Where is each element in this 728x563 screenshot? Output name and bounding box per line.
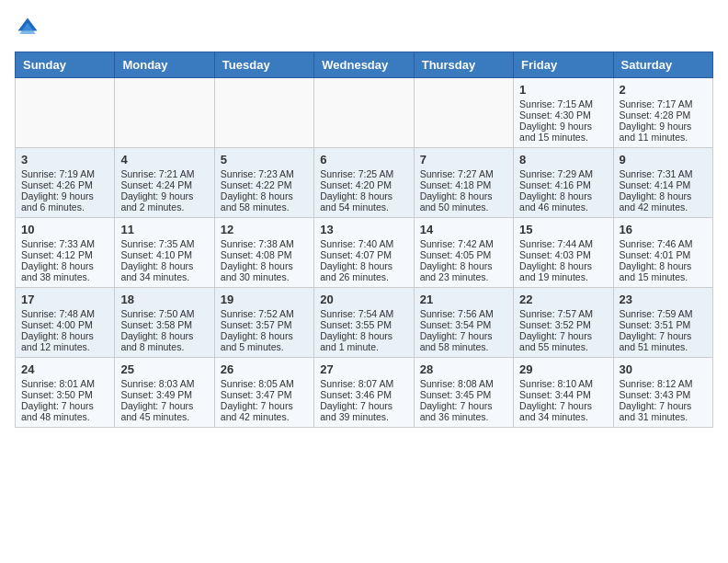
daylight-text: Daylight: 8 hours and 26 minutes. [320,260,407,282]
calendar-cell: 28Sunrise: 8:08 AMSunset: 3:45 PMDayligh… [414,358,513,428]
calendar-cell: 30Sunrise: 8:12 AMSunset: 3:43 PMDayligh… [613,358,712,428]
sunrise-text: Sunrise: 7:19 AM [21,168,108,179]
weekday-header: Tuesday [214,52,313,78]
sunrise-text: Sunrise: 7:25 AM [320,168,407,179]
calendar-cell: 11Sunrise: 7:35 AMSunset: 4:10 PMDayligh… [115,218,214,288]
sunset-text: Sunset: 3:45 PM [420,389,507,400]
sunrise-text: Sunrise: 7:57 AM [519,308,607,319]
day-number: 19 [221,293,308,306]
daylight-text: Daylight: 7 hours and 31 minutes. [620,400,707,422]
sunrise-text: Sunrise: 7:21 AM [120,168,208,179]
daylight-text: Daylight: 8 hours and 54 minutes. [320,190,407,213]
day-number: 16 [620,223,707,236]
daylight-text: Daylight: 9 hours and 2 minutes. [120,190,208,213]
sunset-text: Sunset: 3:54 PM [420,319,507,330]
calendar-table: SundayMondayTuesdayWednesdayThursdayFrid… [15,52,713,428]
sunrise-text: Sunrise: 7:27 AM [420,168,507,179]
sunset-text: Sunset: 3:52 PM [519,319,607,330]
daylight-text: Daylight: 9 hours and 11 minutes. [620,121,707,143]
sunrise-text: Sunrise: 7:46 AM [620,238,707,249]
daylight-text: Daylight: 7 hours and 42 minutes. [221,400,308,422]
day-number: 4 [120,153,208,167]
daylight-text: Daylight: 8 hours and 1 minute. [320,330,407,352]
daylight-text: Daylight: 8 hours and 23 minutes. [420,260,507,282]
sunset-text: Sunset: 3:57 PM [221,319,308,330]
day-number: 23 [620,293,707,306]
calendar-cell [16,78,115,148]
sunset-text: Sunset: 3:51 PM [620,319,707,330]
calendar-cell: 24Sunrise: 8:01 AMSunset: 3:50 PMDayligh… [16,358,115,428]
sunset-text: Sunset: 4:24 PM [120,179,208,190]
calendar-cell: 23Sunrise: 7:59 AMSunset: 3:51 PMDayligh… [613,288,712,358]
sunset-text: Sunset: 3:49 PM [120,389,208,400]
calendar-cell: 9Sunrise: 7:31 AMSunset: 4:14 PMDaylight… [613,148,712,218]
sunrise-text: Sunrise: 7:50 AM [120,308,208,319]
sunrise-text: Sunrise: 7:29 AM [519,168,607,179]
day-number: 11 [120,223,208,236]
sunset-text: Sunset: 4:28 PM [620,109,707,121]
weekday-header: Sunday [16,52,115,78]
day-number: 2 [620,83,707,97]
calendar-cell: 17Sunrise: 7:48 AMSunset: 4:00 PMDayligh… [16,288,115,358]
day-number: 14 [420,223,507,236]
sunrise-text: Sunrise: 8:03 AM [120,378,208,389]
sunset-text: Sunset: 3:47 PM [221,389,308,400]
daylight-text: Daylight: 7 hours and 45 minutes. [120,400,208,422]
calendar-cell: 19Sunrise: 7:52 AMSunset: 3:57 PMDayligh… [214,288,313,358]
day-number: 8 [519,153,607,167]
calendar-cell: 7Sunrise: 7:27 AMSunset: 4:18 PMDaylight… [414,148,513,218]
daylight-text: Daylight: 8 hours and 30 minutes. [221,260,308,282]
daylight-text: Daylight: 8 hours and 50 minutes. [420,190,507,213]
sunrise-text: Sunrise: 7:52 AM [221,308,308,319]
daylight-text: Daylight: 8 hours and 19 minutes. [519,260,607,282]
day-number: 26 [221,362,308,376]
calendar-cell: 25Sunrise: 8:03 AMSunset: 3:49 PMDayligh… [115,358,214,428]
daylight-text: Daylight: 8 hours and 12 minutes. [21,330,108,352]
sunrise-text: Sunrise: 7:31 AM [620,168,707,179]
daylight-text: Daylight: 8 hours and 15 minutes. [620,260,707,282]
calendar-cell: 29Sunrise: 8:10 AMSunset: 3:44 PMDayligh… [514,358,613,428]
sunrise-text: Sunrise: 7:38 AM [221,238,308,249]
day-number: 27 [320,362,407,376]
calendar-cell: 6Sunrise: 7:25 AMSunset: 4:20 PMDaylight… [314,148,414,218]
sunset-text: Sunset: 4:10 PM [120,249,208,260]
daylight-text: Daylight: 8 hours and 38 minutes. [21,260,108,282]
calendar-cell: 15Sunrise: 7:44 AMSunset: 4:03 PMDayligh… [514,218,613,288]
day-number: 18 [120,293,208,306]
sunrise-text: Sunrise: 7:15 AM [519,98,607,109]
calendar-week-row: 3Sunrise: 7:19 AMSunset: 4:26 PMDaylight… [16,148,713,218]
calendar-cell: 3Sunrise: 7:19 AMSunset: 4:26 PMDaylight… [16,148,115,218]
calendar-cell: 10Sunrise: 7:33 AMSunset: 4:12 PMDayligh… [16,218,115,288]
sunset-text: Sunset: 4:18 PM [420,179,507,190]
sunrise-text: Sunrise: 8:07 AM [320,378,407,389]
weekday-header-row: SundayMondayTuesdayWednesdayThursdayFrid… [16,52,713,78]
weekday-header: Thursday [414,52,513,78]
sunrise-text: Sunrise: 8:01 AM [21,378,108,389]
day-number: 10 [21,223,108,236]
sunset-text: Sunset: 3:50 PM [21,389,108,400]
day-number: 15 [519,223,607,236]
sunset-text: Sunset: 4:05 PM [420,249,507,260]
daylight-text: Daylight: 7 hours and 55 minutes. [519,330,607,352]
daylight-text: Daylight: 8 hours and 34 minutes. [120,260,208,282]
sunrise-text: Sunrise: 7:44 AM [519,238,607,249]
sunrise-text: Sunrise: 7:17 AM [620,98,707,109]
calendar-week-row: 10Sunrise: 7:33 AMSunset: 4:12 PMDayligh… [16,218,713,288]
day-number: 30 [620,362,707,376]
logo [15,15,44,40]
daylight-text: Daylight: 8 hours and 5 minutes. [221,330,308,352]
day-number: 20 [320,293,407,306]
daylight-text: Daylight: 8 hours and 42 minutes. [620,190,707,213]
calendar-cell: 27Sunrise: 8:07 AMSunset: 3:46 PMDayligh… [314,358,414,428]
daylight-text: Daylight: 7 hours and 34 minutes. [519,400,607,422]
weekday-header: Monday [115,52,214,78]
day-number: 21 [420,293,507,306]
day-number: 7 [420,153,507,167]
day-number: 12 [221,223,308,236]
sunrise-text: Sunrise: 7:54 AM [320,308,407,319]
sunrise-text: Sunrise: 8:05 AM [221,378,308,389]
sunrise-text: Sunrise: 7:23 AM [221,168,308,179]
calendar-cell: 8Sunrise: 7:29 AMSunset: 4:16 PMDaylight… [514,148,613,218]
day-number: 1 [519,83,607,97]
day-number: 3 [21,153,108,167]
